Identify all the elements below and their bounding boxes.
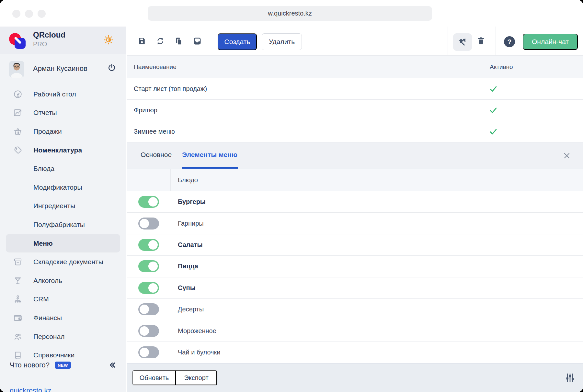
sidebar-header: QRcloud PRO <box>0 27 126 54</box>
sidebar-item-блюда[interactable]: Блюда <box>6 159 120 178</box>
dashboard-icon <box>13 89 23 99</box>
toolbar-divider <box>496 27 496 56</box>
toggle-knob <box>140 219 149 228</box>
sidebar-item-label: Персонал <box>33 333 64 341</box>
sales-icon <box>13 127 23 136</box>
tab-элементы-меню[interactable]: Элементы меню <box>182 142 238 169</box>
traffic-light-dot[interactable] <box>38 10 46 18</box>
refresh-button[interactable]: Обновить <box>132 370 176 385</box>
warehouse-icon <box>13 257 23 267</box>
table-header: Наименование Активно <box>127 56 583 78</box>
sidebar-item-алкоголь[interactable]: Алкоголь <box>6 271 120 290</box>
enable-toggle[interactable] <box>138 303 159 315</box>
sidebar-item-персонал[interactable]: Персонал <box>6 327 120 346</box>
toggle-knob <box>148 283 158 293</box>
whats-new-label[interactable]: Что нового? <box>10 361 50 369</box>
online-chat-button[interactable]: Онлайн-чат <box>523 34 578 50</box>
sidebar-item-label: Ингредиенты <box>33 202 75 210</box>
user-name: Арман Кусаинов <box>33 64 87 73</box>
enable-toggle[interactable] <box>138 282 159 294</box>
sidebar-item-label: Продажи <box>33 128 62 135</box>
column-divider <box>484 56 484 142</box>
enable-toggle[interactable] <box>138 346 159 358</box>
toggle-knob <box>148 240 158 250</box>
sidebar-nav: Рабочий стол Отчеты Продажи Номенклатура <box>0 85 126 364</box>
tab-label: Основное <box>141 151 172 159</box>
sidebar-item-отчеты[interactable]: Отчеты <box>6 104 120 122</box>
sidebar-item-модификаторы[interactable]: Модификаторы <box>6 178 120 197</box>
sidebar-item-label: Отчеты <box>33 109 57 117</box>
dish-rows: Бургеры Гарниры Салаты Пицца <box>127 191 583 363</box>
sidebar-item-меню[interactable]: Меню <box>6 234 120 253</box>
save-icon[interactable] <box>137 36 147 46</box>
app-window: w.quickresto.kz QRcloud PRO <box>0 0 583 392</box>
sun-contrast-icon[interactable] <box>103 34 114 45</box>
enable-toggle[interactable] <box>138 196 159 208</box>
refresh-icon[interactable] <box>155 36 165 46</box>
sidebar-item-продажи[interactable]: Продажи <box>6 122 120 141</box>
toolbar-divider <box>448 27 448 56</box>
site-link[interactable]: quickresto.kz <box>10 386 51 392</box>
whats-new-row[interactable]: Что нового? NEW <box>10 358 71 372</box>
menu-list-table: Наименование Активно Старт лист (топ про… <box>127 56 583 142</box>
traffic-light-dot[interactable] <box>25 10 33 18</box>
sidebar-item-ингредиенты[interactable]: Ингредиенты <box>6 197 120 216</box>
table-row[interactable]: Фритюр <box>127 100 583 121</box>
toggle-knob <box>148 197 158 207</box>
sidebar-item-рабочий-стол[interactable]: Рабочий стол <box>6 85 120 104</box>
sidebar-item-label: Номенклатура <box>33 146 82 154</box>
brand-tier: PRO <box>33 40 47 48</box>
dish-row: Десерты <box>127 299 583 320</box>
sidebar-item-label: Полуфабрикаты <box>33 221 85 229</box>
row-name: Зимнее меню <box>127 128 175 135</box>
enable-toggle[interactable] <box>138 218 159 230</box>
column-header-name: Наименование <box>127 63 177 71</box>
delete-button[interactable]: Удалить <box>262 33 302 50</box>
sidebar-item-складские-документы[interactable]: Складские документы <box>6 252 120 271</box>
traffic-light-dot[interactable] <box>12 10 20 18</box>
column-header-active: Активно <box>490 63 513 71</box>
dish-row: Чай и булочки <box>127 342 583 363</box>
dish-name: Супы <box>127 284 196 292</box>
copy-icon[interactable] <box>174 36 184 46</box>
sidebar-item-label: Складские документы <box>33 258 103 266</box>
sidebar-divider <box>10 381 117 381</box>
sidebar-item-финансы[interactable]: Финансы <box>6 308 120 327</box>
inbox-icon[interactable] <box>192 36 202 46</box>
create-button[interactable]: Создать <box>218 33 257 50</box>
sidebar-item-полуфабрикаты[interactable]: Полуфабрикаты <box>6 215 120 234</box>
enable-toggle[interactable] <box>138 260 159 272</box>
dish-row: Пицца <box>127 256 583 277</box>
sidebar-item-номенклатура[interactable]: Номенклатура <box>6 141 120 160</box>
crm-icon <box>13 294 23 304</box>
detail-tabbar: Основное Элементы меню <box>127 142 583 169</box>
sidebar-item-label: Алкоголь <box>33 277 62 285</box>
toggle-knob <box>140 348 149 357</box>
table-row[interactable]: Старт лист (топ продаж) <box>127 78 583 100</box>
power-icon[interactable] <box>107 63 117 73</box>
user-row[interactable]: Арман Кусаинов <box>0 58 126 84</box>
main-content: Создать Удалить ? Онлайн-чат Наименовани… <box>127 27 583 392</box>
toggle-knob <box>140 305 149 314</box>
double-chevron-left-icon[interactable] <box>107 360 117 370</box>
sidebar-item-label: Рабочий стол <box>33 90 76 98</box>
new-badge: NEW <box>55 362 71 369</box>
help-icon[interactable]: ? <box>504 36 515 47</box>
avatar <box>9 61 24 78</box>
tab-основное[interactable]: Основное <box>140 142 172 169</box>
trash-icon[interactable] <box>476 36 486 46</box>
tools-icon[interactable] <box>453 33 472 51</box>
footer-button-group: Обновить Экспорт <box>132 370 217 386</box>
sliders-icon[interactable] <box>564 372 576 384</box>
enable-toggle[interactable] <box>138 239 159 251</box>
toolbar-divider <box>212 27 212 56</box>
url-bar[interactable]: w.quickresto.kz <box>148 6 432 21</box>
check-icon <box>489 84 498 94</box>
export-button[interactable]: Экспорт <box>176 370 217 385</box>
table-row[interactable]: Зимнее меню <box>127 121 583 142</box>
tab-label: Элементы меню <box>182 151 237 159</box>
sidebar-item-crm[interactable]: CRM <box>6 290 120 309</box>
close-icon[interactable] <box>562 151 571 160</box>
browser-chrome: w.quickresto.kz <box>0 0 583 27</box>
enable-toggle[interactable] <box>138 325 159 337</box>
